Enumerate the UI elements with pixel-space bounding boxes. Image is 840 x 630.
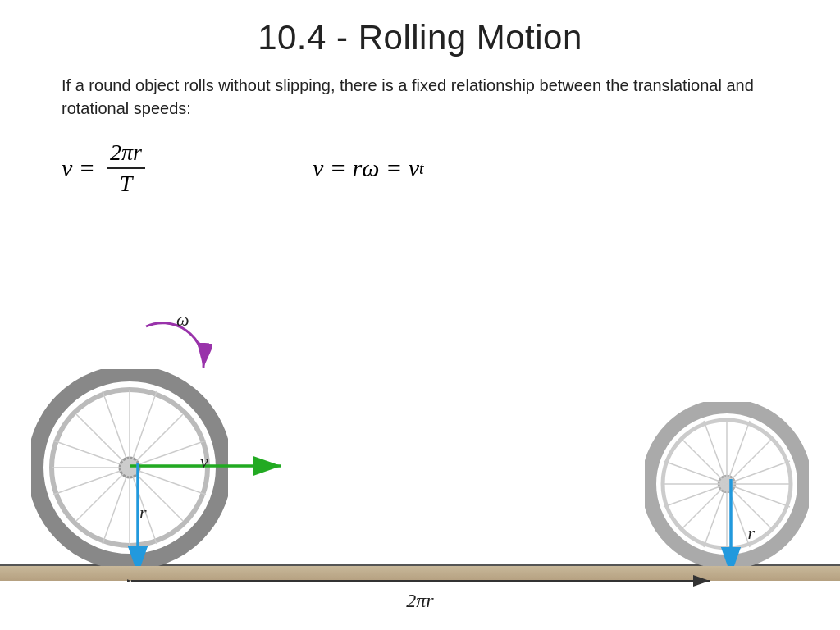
slide: 10.4 - Rolling Motion If a round object …: [0, 0, 840, 630]
distance-label: 2πr: [406, 590, 433, 612]
formula1: v = 2πr T: [62, 139, 148, 197]
r-label-left: r: [139, 502, 147, 523]
svg-line-13: [53, 441, 130, 468]
svg-line-26: [682, 439, 727, 484]
slide-title: 10.4 - Rolling Motion: [0, 0, 840, 57]
omega-label: ω: [176, 309, 189, 331]
radius-arrow-right-svg: [719, 479, 743, 566]
v-label: v: [200, 451, 208, 472]
body-text: If a round object rolls without slipping…: [62, 74, 778, 120]
numerator: 2πr: [107, 139, 145, 169]
svg-line-28: [727, 439, 772, 484]
svg-line-10: [76, 468, 130, 521]
formulas-area: v = 2πr T v = rω = vt: [62, 139, 778, 197]
fraction: 2πr T: [107, 139, 145, 197]
r-label-right: r: [747, 523, 755, 544]
formula2: v = rω = vt: [313, 154, 424, 182]
denominator: T: [116, 169, 136, 197]
svg-line-30: [704, 421, 727, 484]
svg-line-31: [727, 421, 750, 484]
omega-arrow-svg: [130, 318, 212, 384]
svg-line-33: [664, 484, 727, 507]
formula1-lhs: v =: [62, 154, 95, 182]
velocity-arrow-svg: [130, 454, 294, 478]
svg-line-32: [664, 461, 727, 484]
svg-line-11: [103, 391, 130, 468]
svg-line-14: [53, 468, 130, 495]
svg-line-7: [76, 414, 130, 468]
